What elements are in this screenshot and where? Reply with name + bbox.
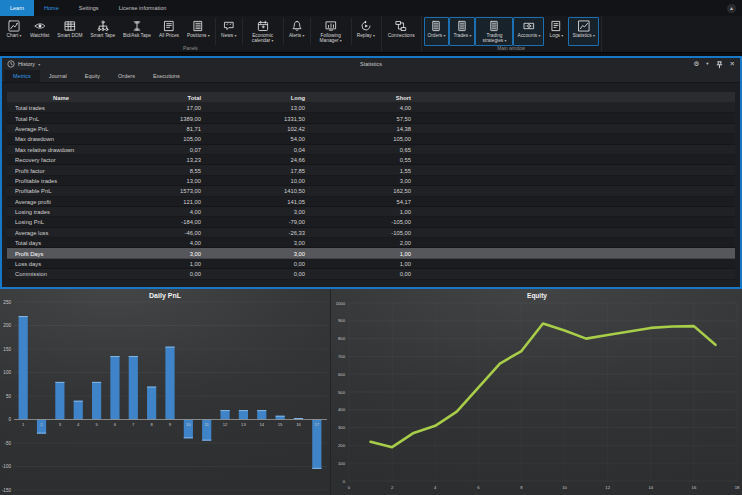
menu-tab-learn[interactable]: Learn — [0, 0, 34, 16]
svg-text:200: 200 — [338, 443, 346, 448]
column-header-total[interactable]: Total — [115, 95, 201, 101]
metric-value: -79,00 — [201, 219, 305, 225]
ribbon-button-bid-ask-tape[interactable]: Bid/Ask Tape — [119, 17, 155, 46]
org-chart-icon — [97, 20, 109, 32]
ribbon-button-replay[interactable]: Replay ▾ — [353, 17, 379, 46]
metric-name: Average profit — [7, 199, 115, 205]
ribbon-button-statistics[interactable]: Statistics ▾ — [568, 17, 598, 46]
ribbon-button-smart-tape[interactable]: Smart Tape — [87, 17, 119, 46]
ribbon-button-watchlist[interactable]: Watchlist — [26, 17, 53, 46]
ribbon-button-accounts[interactable]: Accounts ▾ — [513, 17, 544, 46]
ribbon-button-news[interactable]: News ▾ — [217, 17, 241, 46]
metric-value: -46,00 — [115, 230, 201, 236]
metrics-table: NameTotalLongShortTotal trades17,0013,00… — [7, 92, 735, 280]
svg-text:14: 14 — [648, 485, 653, 490]
panel-titlebar[interactable]: History ▾ Statistics ⚙▾✕ — [2, 58, 740, 70]
metric-value: 1,00 — [115, 261, 201, 267]
svg-text:4: 4 — [77, 422, 80, 427]
table-row-max-relative-drawdown[interactable]: Max relative drawdown0,070,040,65 — [7, 145, 735, 155]
metric-name: Profit factor — [7, 168, 115, 174]
table-row-average-profit[interactable]: Average profit121,00141,0554,17 — [7, 197, 735, 207]
chevron-down-icon: ▾ — [340, 39, 342, 43]
ribbon-button-connections[interactable]: Connections — [384, 17, 419, 40]
table-row-profit-factor[interactable]: Profit factor8,5517,851,55 — [7, 165, 735, 175]
ribbon-button-smart-dom[interactable]: Smart DOM — [53, 17, 86, 46]
ribbon-collapse-button[interactable]: ▲ — [727, 4, 736, 13]
ribbon-button-all-prices[interactable]: All Prices — [155, 17, 183, 46]
metric-value: 1,00 — [305, 209, 411, 215]
ribbon-button-logs[interactable]: Logs ▾ — [544, 17, 568, 46]
svg-text:3: 3 — [59, 422, 62, 427]
chevron-down-icon[interactable]: ▾ — [706, 62, 708, 67]
gear-icon[interactable]: ⚙ — [693, 61, 699, 68]
ribbon-button-alerts[interactable]: Alerts ▾ — [285, 17, 309, 46]
ribbon-group-connections: Connections — [382, 16, 422, 52]
close-icon[interactable]: ✕ — [730, 61, 735, 68]
ribbon-button-label: Connections — [388, 33, 415, 38]
ribbon-button-trading-strategies[interactable]: Trading strategies ▾ — [475, 17, 513, 46]
chevron-down-icon: ▾ — [234, 34, 236, 38]
ribbon-button-chart[interactable]: Chart ▾ — [2, 17, 26, 46]
table-row-profitable-trades[interactable]: Profitable trades13,0010,003,00 — [7, 176, 735, 186]
table-row-loss-days[interactable]: Loss days1,000,001,00 — [7, 259, 735, 269]
chevron-down-icon: ▾ — [208, 34, 210, 38]
table-row-profitable-pnl[interactable]: Profitable PnL1573,001410,50162,50 — [7, 186, 735, 196]
table-row-total-days[interactable]: Total days4,003,002,00 — [7, 238, 735, 248]
table-row-max-drawdown[interactable]: Max drawdown105,0054,00105,00 — [7, 134, 735, 144]
table-row-recovery-factor[interactable]: Recovery factor13,2324,660,55 — [7, 155, 735, 165]
column-header-long[interactable]: Long — [201, 95, 305, 101]
table-row-average-loss[interactable]: Average loss-46,00-26,33-105,00 — [7, 228, 735, 238]
chevron-down-icon: ▾ — [272, 39, 274, 43]
metric-value: 4,00 — [115, 209, 201, 215]
pin-icon[interactable] — [716, 55, 723, 73]
svg-text:800: 800 — [338, 336, 346, 341]
ribbon-button-orders[interactable]: Orders ▾ — [424, 17, 450, 46]
table-row-average-pnl[interactable]: Average PnL81,71102,4214,38 — [7, 124, 735, 134]
metric-value: 8,55 — [115, 168, 201, 174]
metric-value: 13,00 — [201, 105, 305, 111]
daily-pnl-chart: 250200150100500-50-100-15012345678910111… — [0, 289, 330, 495]
metric-value: 121,00 — [115, 199, 201, 205]
menu-tab-settings[interactable]: Settings — [69, 0, 109, 16]
column-header-short[interactable]: Short — [305, 95, 411, 101]
tab-executions[interactable]: Executions — [144, 70, 189, 82]
table-row-total-pnl[interactable]: Total PnL1389,001331,5057,50 — [7, 113, 735, 123]
table-row-losing-pnl[interactable]: Losing PnL-184,00-79,00-105,00 — [7, 217, 735, 227]
svg-text:12: 12 — [223, 422, 228, 427]
svg-text:-100: -100 — [2, 464, 12, 469]
menu-tab-home[interactable]: Home — [34, 0, 69, 16]
ribbon-button-label: Statistics ▾ — [572, 33, 594, 38]
chevron-down-icon: ▾ — [373, 34, 375, 38]
tab-orders[interactable]: Orders — [109, 70, 144, 82]
table-row-profit-days[interactable]: Profit Days3,003,001,00 — [7, 248, 735, 258]
tab-equity[interactable]: Equity — [76, 70, 109, 82]
svg-text:150: 150 — [3, 347, 11, 352]
ribbon-group-label: Main window — [424, 46, 599, 53]
tab-journal[interactable]: Journal — [40, 70, 76, 82]
svg-text:700: 700 — [338, 354, 346, 359]
tab-metrics[interactable]: Metrics — [4, 70, 40, 82]
metric-value: 3,00 — [201, 251, 305, 257]
metric-name: Average loss — [7, 230, 115, 236]
table-row-commission[interactable]: Commission0,000,000,00 — [7, 269, 735, 279]
ribbon-button-positions[interactable]: Positions ▾ — [183, 17, 214, 46]
ribbon-button-label: News ▾ — [221, 33, 236, 38]
metric-value: 162,50 — [305, 188, 411, 194]
metric-value: 0,65 — [305, 147, 411, 153]
metric-value: 54,00 — [201, 136, 305, 142]
ribbon-button-trades[interactable]: Trades ▾ — [449, 17, 475, 46]
svg-text:1: 1 — [22, 422, 25, 427]
panel-title-caret-icon[interactable]: ▾ — [38, 62, 40, 67]
svg-text:8: 8 — [150, 422, 153, 427]
metric-value: 1389,00 — [115, 116, 201, 122]
table-row-total-trades[interactable]: Total trades17,0013,004,00 — [7, 103, 735, 113]
menu-tab-license-information[interactable]: License information — [109, 0, 177, 16]
ribbon-button-economic-calendar[interactable]: Economic calendar ▾ — [244, 17, 282, 46]
svg-text:6: 6 — [114, 422, 117, 427]
column-header-name[interactable]: Name — [7, 95, 115, 101]
ribbon-button-label: Economic calendar ▾ — [248, 33, 278, 44]
ribbon-button-following-manager[interactable]: Following Manager ▾ — [312, 17, 350, 46]
table-row-losing-trades[interactable]: Losing trades4,003,001,00 — [7, 207, 735, 217]
doc-lines-icon — [163, 20, 175, 32]
metric-name: Max drawdown — [7, 136, 115, 142]
